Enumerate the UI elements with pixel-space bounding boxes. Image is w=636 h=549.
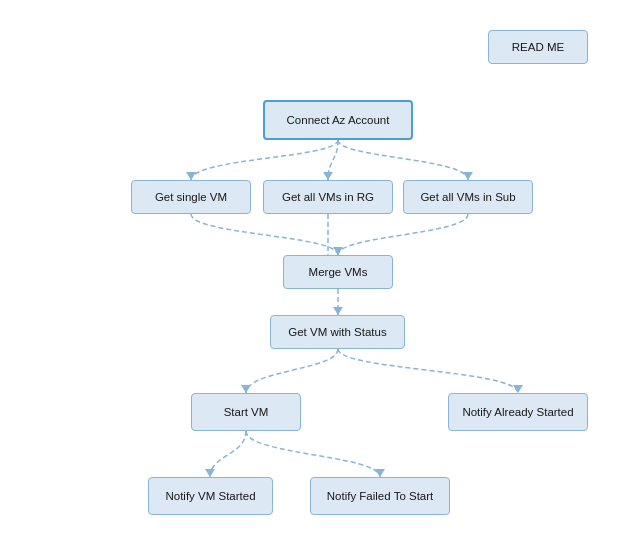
get-all-vms-rg-node[interactable]: Get all VMs in RG — [263, 180, 393, 214]
notify-failed-node[interactable]: Notify Failed To Start — [310, 477, 450, 515]
start-vm-node[interactable]: Start VM — [191, 393, 301, 431]
connect-account-node[interactable]: Connect Az Account — [263, 100, 413, 140]
svg-marker-9 — [375, 469, 385, 477]
notify-vm-started-node[interactable]: Notify VM Started — [148, 477, 273, 515]
readme-node[interactable]: READ ME — [488, 30, 588, 64]
get-vm-status-node[interactable]: Get VM with Status — [270, 315, 405, 349]
merge-vms-node[interactable]: Merge VMs — [283, 255, 393, 289]
svg-marker-5 — [333, 307, 343, 315]
svg-marker-6 — [241, 385, 251, 393]
flowchart: READ ME Connect Az Account Get single VM… — [0, 0, 636, 549]
notify-already-started-node[interactable]: Notify Already Started — [448, 393, 588, 431]
get-all-vms-sub-node[interactable]: Get all VMs in Sub — [403, 180, 533, 214]
svg-marker-8 — [205, 469, 215, 477]
svg-marker-2 — [463, 172, 473, 180]
get-single-vm-node[interactable]: Get single VM — [131, 180, 251, 214]
svg-marker-7 — [513, 385, 523, 393]
svg-marker-1 — [323, 172, 333, 180]
svg-marker-0 — [186, 172, 196, 180]
svg-marker-3 — [333, 247, 343, 255]
